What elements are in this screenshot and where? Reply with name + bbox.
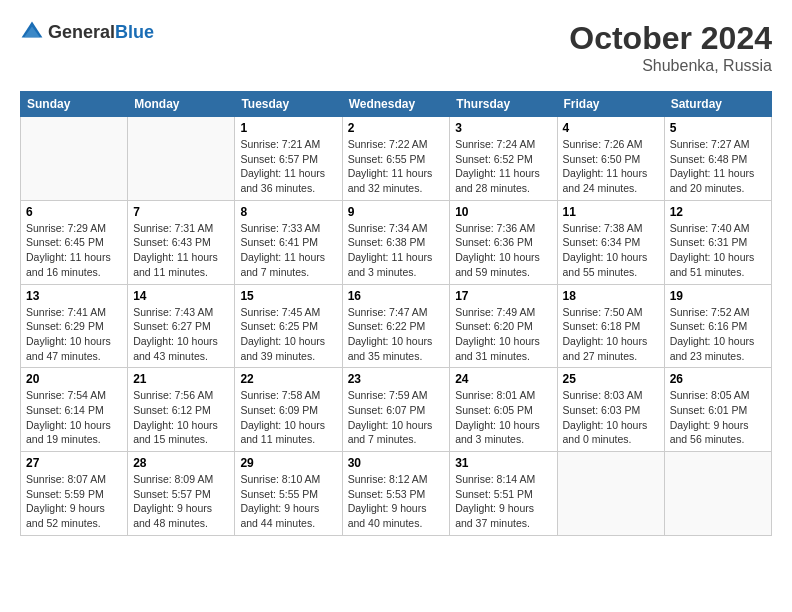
calendar-cell: 10Sunrise: 7:36 AM Sunset: 6:36 PM Dayli… [450, 200, 557, 284]
day-info: Sunrise: 7:36 AM Sunset: 6:36 PM Dayligh… [455, 221, 551, 280]
calendar-cell: 17Sunrise: 7:49 AM Sunset: 6:20 PM Dayli… [450, 284, 557, 368]
calendar-cell [557, 452, 664, 536]
day-number: 2 [348, 121, 445, 135]
calendar-cell: 13Sunrise: 7:41 AM Sunset: 6:29 PM Dayli… [21, 284, 128, 368]
day-info: Sunrise: 7:33 AM Sunset: 6:41 PM Dayligh… [240, 221, 336, 280]
day-number: 24 [455, 372, 551, 386]
calendar-header-sunday: Sunday [21, 92, 128, 117]
day-info: Sunrise: 7:56 AM Sunset: 6:12 PM Dayligh… [133, 388, 229, 447]
day-number: 14 [133, 289, 229, 303]
calendar-cell: 31Sunrise: 8:14 AM Sunset: 5:51 PM Dayli… [450, 452, 557, 536]
calendar-header-wednesday: Wednesday [342, 92, 450, 117]
calendar-cell: 25Sunrise: 8:03 AM Sunset: 6:03 PM Dayli… [557, 368, 664, 452]
calendar-cell: 15Sunrise: 7:45 AM Sunset: 6:25 PM Dayli… [235, 284, 342, 368]
day-info: Sunrise: 8:03 AM Sunset: 6:03 PM Dayligh… [563, 388, 659, 447]
logo-icon [20, 20, 44, 44]
day-info: Sunrise: 7:54 AM Sunset: 6:14 PM Dayligh… [26, 388, 122, 447]
day-info: Sunrise: 7:47 AM Sunset: 6:22 PM Dayligh… [348, 305, 445, 364]
day-info: Sunrise: 7:26 AM Sunset: 6:50 PM Dayligh… [563, 137, 659, 196]
day-number: 26 [670, 372, 766, 386]
page-header: GeneralBlue October 2024 Shubenka, Russi… [20, 20, 772, 75]
calendar-cell: 3Sunrise: 7:24 AM Sunset: 6:52 PM Daylig… [450, 117, 557, 201]
calendar-header-tuesday: Tuesday [235, 92, 342, 117]
day-number: 16 [348, 289, 445, 303]
calendar-cell: 20Sunrise: 7:54 AM Sunset: 6:14 PM Dayli… [21, 368, 128, 452]
calendar-cell: 16Sunrise: 7:47 AM Sunset: 6:22 PM Dayli… [342, 284, 450, 368]
calendar-week-row: 27Sunrise: 8:07 AM Sunset: 5:59 PM Dayli… [21, 452, 772, 536]
day-number: 23 [348, 372, 445, 386]
calendar-cell: 6Sunrise: 7:29 AM Sunset: 6:45 PM Daylig… [21, 200, 128, 284]
day-number: 31 [455, 456, 551, 470]
logo: GeneralBlue [20, 20, 154, 44]
day-info: Sunrise: 7:43 AM Sunset: 6:27 PM Dayligh… [133, 305, 229, 364]
day-number: 18 [563, 289, 659, 303]
title-block: October 2024 Shubenka, Russia [569, 20, 772, 75]
calendar-cell: 29Sunrise: 8:10 AM Sunset: 5:55 PM Dayli… [235, 452, 342, 536]
calendar-cell: 11Sunrise: 7:38 AM Sunset: 6:34 PM Dayli… [557, 200, 664, 284]
day-number: 19 [670, 289, 766, 303]
day-number: 25 [563, 372, 659, 386]
calendar-cell: 21Sunrise: 7:56 AM Sunset: 6:12 PM Dayli… [128, 368, 235, 452]
day-number: 3 [455, 121, 551, 135]
day-info: Sunrise: 8:05 AM Sunset: 6:01 PM Dayligh… [670, 388, 766, 447]
calendar-cell: 8Sunrise: 7:33 AM Sunset: 6:41 PM Daylig… [235, 200, 342, 284]
calendar-header-row: SundayMondayTuesdayWednesdayThursdayFrid… [21, 92, 772, 117]
day-number: 12 [670, 205, 766, 219]
location-title: Shubenka, Russia [569, 57, 772, 75]
day-info: Sunrise: 7:38 AM Sunset: 6:34 PM Dayligh… [563, 221, 659, 280]
calendar-cell: 1Sunrise: 7:21 AM Sunset: 6:57 PM Daylig… [235, 117, 342, 201]
calendar-cell: 30Sunrise: 8:12 AM Sunset: 5:53 PM Dayli… [342, 452, 450, 536]
logo-general-text: General [48, 22, 115, 42]
day-info: Sunrise: 7:22 AM Sunset: 6:55 PM Dayligh… [348, 137, 445, 196]
day-info: Sunrise: 8:12 AM Sunset: 5:53 PM Dayligh… [348, 472, 445, 531]
calendar-cell: 14Sunrise: 7:43 AM Sunset: 6:27 PM Dayli… [128, 284, 235, 368]
day-number: 5 [670, 121, 766, 135]
day-info: Sunrise: 7:41 AM Sunset: 6:29 PM Dayligh… [26, 305, 122, 364]
day-info: Sunrise: 7:59 AM Sunset: 6:07 PM Dayligh… [348, 388, 445, 447]
day-number: 9 [348, 205, 445, 219]
calendar-week-row: 6Sunrise: 7:29 AM Sunset: 6:45 PM Daylig… [21, 200, 772, 284]
calendar-week-row: 13Sunrise: 7:41 AM Sunset: 6:29 PM Dayli… [21, 284, 772, 368]
day-number: 28 [133, 456, 229, 470]
day-number: 17 [455, 289, 551, 303]
calendar-cell: 24Sunrise: 8:01 AM Sunset: 6:05 PM Dayli… [450, 368, 557, 452]
calendar-cell [128, 117, 235, 201]
day-info: Sunrise: 7:21 AM Sunset: 6:57 PM Dayligh… [240, 137, 336, 196]
day-number: 27 [26, 456, 122, 470]
day-number: 7 [133, 205, 229, 219]
day-info: Sunrise: 8:07 AM Sunset: 5:59 PM Dayligh… [26, 472, 122, 531]
day-info: Sunrise: 7:27 AM Sunset: 6:48 PM Dayligh… [670, 137, 766, 196]
day-info: Sunrise: 7:58 AM Sunset: 6:09 PM Dayligh… [240, 388, 336, 447]
calendar-cell: 23Sunrise: 7:59 AM Sunset: 6:07 PM Dayli… [342, 368, 450, 452]
calendar-header-friday: Friday [557, 92, 664, 117]
day-number: 20 [26, 372, 122, 386]
day-info: Sunrise: 8:01 AM Sunset: 6:05 PM Dayligh… [455, 388, 551, 447]
calendar-cell: 18Sunrise: 7:50 AM Sunset: 6:18 PM Dayli… [557, 284, 664, 368]
calendar-cell: 12Sunrise: 7:40 AM Sunset: 6:31 PM Dayli… [664, 200, 771, 284]
calendar-cell: 22Sunrise: 7:58 AM Sunset: 6:09 PM Dayli… [235, 368, 342, 452]
logo-blue-text: Blue [115, 22, 154, 42]
day-info: Sunrise: 7:52 AM Sunset: 6:16 PM Dayligh… [670, 305, 766, 364]
day-info: Sunrise: 7:45 AM Sunset: 6:25 PM Dayligh… [240, 305, 336, 364]
calendar-table: SundayMondayTuesdayWednesdayThursdayFrid… [20, 91, 772, 536]
day-info: Sunrise: 7:31 AM Sunset: 6:43 PM Dayligh… [133, 221, 229, 280]
calendar-cell [21, 117, 128, 201]
calendar-week-row: 20Sunrise: 7:54 AM Sunset: 6:14 PM Dayli… [21, 368, 772, 452]
day-number: 10 [455, 205, 551, 219]
day-info: Sunrise: 8:14 AM Sunset: 5:51 PM Dayligh… [455, 472, 551, 531]
day-number: 29 [240, 456, 336, 470]
day-number: 11 [563, 205, 659, 219]
calendar-cell [664, 452, 771, 536]
calendar-header-saturday: Saturday [664, 92, 771, 117]
day-number: 6 [26, 205, 122, 219]
day-info: Sunrise: 7:40 AM Sunset: 6:31 PM Dayligh… [670, 221, 766, 280]
day-number: 22 [240, 372, 336, 386]
calendar-header-monday: Monday [128, 92, 235, 117]
calendar-cell: 2Sunrise: 7:22 AM Sunset: 6:55 PM Daylig… [342, 117, 450, 201]
calendar-cell: 27Sunrise: 8:07 AM Sunset: 5:59 PM Dayli… [21, 452, 128, 536]
day-number: 1 [240, 121, 336, 135]
day-info: Sunrise: 7:50 AM Sunset: 6:18 PM Dayligh… [563, 305, 659, 364]
day-info: Sunrise: 7:49 AM Sunset: 6:20 PM Dayligh… [455, 305, 551, 364]
calendar-cell: 19Sunrise: 7:52 AM Sunset: 6:16 PM Dayli… [664, 284, 771, 368]
calendar-cell: 9Sunrise: 7:34 AM Sunset: 6:38 PM Daylig… [342, 200, 450, 284]
